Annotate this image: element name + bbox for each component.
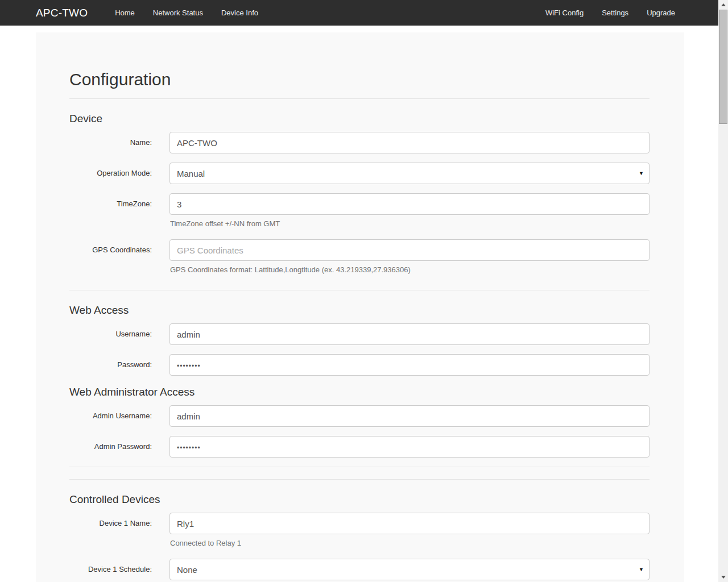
arrow-down-icon (721, 576, 726, 579)
admin-username-control (169, 405, 650, 427)
admin-username-input[interactable] (169, 405, 650, 427)
admin-password-input[interactable] (169, 436, 650, 458)
device1-schedule-value: None (177, 565, 197, 575)
divider (69, 98, 650, 99)
field-row-username: Username: (69, 323, 650, 345)
device1-schedule-label: Device 1 Schedule: (69, 559, 152, 580)
page-title: Configuration (69, 70, 650, 89)
nav-item-upgrade[interactable]: Upgrade (638, 0, 684, 26)
name-input[interactable] (169, 132, 650, 153)
name-control (169, 132, 650, 153)
divider (69, 467, 650, 467)
device1-name-input[interactable] (169, 513, 650, 534)
operation-mode-select[interactable]: Manual ▼ (169, 163, 650, 184)
section-title-admin-access: Web Administrator Access (69, 386, 650, 398)
password-input[interactable] (169, 354, 650, 376)
nav-item-device-info[interactable]: Device Info (212, 0, 267, 26)
timezone-help-text: TimeZone offset +/-NN from GMT (170, 219, 650, 228)
admin-password-control (169, 436, 650, 458)
device1-schedule-control: None ▼ (169, 559, 650, 580)
timezone-input[interactable] (169, 193, 650, 215)
nav-item-home[interactable]: Home (106, 0, 144, 26)
field-row-device1-schedule: Device 1 Schedule: None ▼ (69, 559, 650, 580)
dropdown-arrow-icon: ▼ (639, 171, 644, 176)
operation-mode-value: Manual (177, 169, 205, 178)
scrollbar-thumb[interactable] (719, 10, 727, 124)
brand-link[interactable]: APC-TWO (36, 7, 88, 19)
navbar-right-links: WiFi Config Settings Upgrade (536, 0, 684, 26)
timezone-control: TimeZone offset +/-NN from GMT (169, 193, 650, 230)
password-label: Password: (69, 354, 152, 376)
field-row-password: Password: (69, 354, 650, 376)
field-row-name: Name: (69, 132, 650, 153)
timezone-label: TimeZone: (69, 193, 152, 230)
field-row-admin-password: Admin Password: (69, 436, 650, 458)
navbar-inner: APC-TWO Home Network Status Device Info … (36, 0, 684, 26)
admin-password-label: Admin Password: (69, 436, 152, 458)
divider (69, 290, 650, 290)
device1-name-control: Connected to Relay 1 (169, 513, 650, 547)
gps-help-text: GPS Coordinates format: Lattitude,Longti… (170, 265, 650, 274)
configuration-panel: Configuration Device Name: Operation Mod… (36, 32, 684, 582)
nav-item-settings[interactable]: Settings (593, 0, 638, 26)
divider (69, 479, 650, 480)
field-row-timezone: TimeZone: TimeZone offset +/-NN from GMT (69, 193, 650, 230)
gps-control: GPS Coordinates format: Lattitude,Longti… (169, 239, 650, 276)
navbar-left-links: Home Network Status Device Info (106, 0, 267, 26)
field-row-device1-name: Device 1 Name: Connected to Relay 1 (69, 513, 650, 547)
field-row-gps: GPS Coordinates: GPS Coordinates format:… (69, 239, 650, 276)
device1-name-help-text: Connected to Relay 1 (170, 539, 650, 547)
password-control (169, 354, 650, 376)
gps-label: GPS Coordinates: (69, 239, 152, 276)
top-navbar: APC-TWO Home Network Status Device Info … (0, 0, 718, 26)
device1-name-label: Device 1 Name: (69, 513, 152, 547)
operation-mode-label: Operation Mode: (69, 163, 152, 184)
field-row-admin-username: Admin Username: (69, 405, 650, 427)
scroll-up-button[interactable] (718, 0, 728, 10)
section-title-controlled-devices: Controlled Devices (69, 493, 650, 506)
nav-item-network-status[interactable]: Network Status (144, 0, 212, 26)
vertical-scrollbar[interactable] (718, 0, 728, 582)
scroll-down-button[interactable] (718, 572, 728, 582)
username-label: Username: (69, 323, 152, 345)
username-control (169, 323, 650, 345)
section-title-web-access: Web Access (69, 304, 650, 317)
device1-schedule-select[interactable]: None ▼ (169, 559, 650, 580)
dropdown-arrow-icon: ▼ (639, 567, 644, 572)
arrow-up-icon (721, 3, 726, 6)
username-input[interactable] (169, 323, 650, 345)
field-row-operation-mode: Operation Mode: Manual ▼ (69, 163, 650, 184)
name-label: Name: (69, 132, 152, 153)
admin-username-label: Admin Username: (69, 405, 152, 427)
gps-input[interactable] (169, 239, 650, 261)
section-title-device: Device (69, 113, 650, 125)
operation-mode-control: Manual ▼ (169, 163, 650, 184)
nav-item-wifi-config[interactable]: WiFi Config (536, 0, 593, 26)
